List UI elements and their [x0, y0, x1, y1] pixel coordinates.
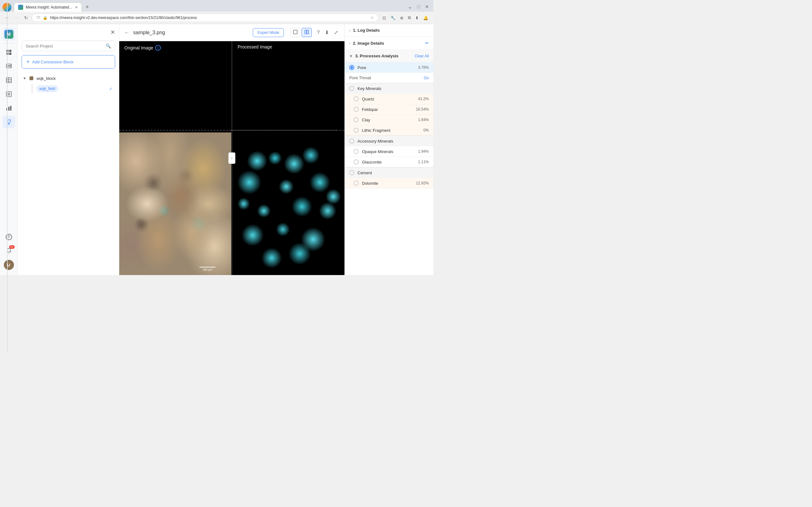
tree-field-row: wqk_field ✓: [31, 83, 115, 95]
sidebar-item-microscope[interactable]: [3, 116, 15, 128]
url-bar[interactable]: 🛡 🔒 https://meera-insight-v2.dev.meerasp…: [32, 14, 379, 22]
image-details-section-header[interactable]: › 2. Image Details ✏: [345, 37, 433, 50]
field-chip[interactable]: wqk_field: [36, 85, 58, 92]
search-input[interactable]: [26, 44, 103, 49]
new-tab-button[interactable]: +: [83, 3, 92, 12]
pore-throat-item[interactable]: Pore Throat Go: [345, 73, 433, 83]
cement-radio[interactable]: [349, 170, 354, 175]
download-icon[interactable]: ⬇: [414, 14, 420, 21]
sidebar-item-notifications[interactable]: 84: [3, 245, 15, 257]
sidebar-item-logo[interactable]: M: [3, 28, 15, 41]
download-header-icon[interactable]: ⬇: [323, 28, 330, 37]
back-button[interactable]: ←: [124, 30, 130, 36]
extension-icon[interactable]: ⧉: [407, 14, 412, 21]
clay-radio[interactable]: [354, 117, 359, 122]
processed-upper-black: [233, 41, 345, 130]
active-tab[interactable]: Meera Insight: Automated... ✕: [14, 3, 82, 12]
pore-throat-go-link[interactable]: Go: [424, 76, 429, 80]
sidebar-item-chart[interactable]: [3, 102, 15, 114]
opaque-item[interactable]: Opaque Minerals 1.94%: [345, 147, 433, 157]
tree-block-item[interactable]: ▼ wqk_block: [21, 74, 115, 83]
search-icon[interactable]: 🔍: [106, 43, 111, 49]
processed-image-label: Processed Image: [238, 44, 272, 49]
dolomite-value: 12.92%: [416, 181, 429, 185]
image-details-toggle-icon: ›: [349, 41, 351, 45]
maximize-icon[interactable]: □: [415, 4, 422, 9]
pore-radio-dot: [351, 66, 353, 69]
search-bar[interactable]: 🔍: [21, 41, 115, 51]
share-header-icon[interactable]: ⤢: [333, 28, 339, 37]
processes-analysis-section-header[interactable]: ▼ 3. Processes Analysis Clear All: [345, 50, 433, 62]
pore-value: 3.76%: [418, 65, 429, 70]
image-details-edit-icon[interactable]: ✏: [425, 41, 429, 46]
help-header-icon[interactable]: ?: [316, 28, 321, 37]
plus-icon: +: [26, 59, 30, 65]
dolomite-item[interactable]: Dolomite 12.92%: [345, 178, 433, 188]
glauconite-radio[interactable]: [354, 159, 359, 164]
minimize-icon[interactable]: ⌄: [406, 3, 414, 10]
feldspar-item[interactable]: Feldspar 16.54%: [345, 104, 433, 115]
view-single-button[interactable]: [290, 28, 300, 37]
main-header: ← sample_3.png Expert Mode ? ⬇ ⤢: [119, 24, 345, 41]
tree-toggle-icon[interactable]: ▼: [23, 76, 26, 80]
sidebar-item-avatar[interactable]: U: [3, 259, 15, 271]
microscope-icon: [6, 119, 12, 125]
glauconite-label: Glauconite: [362, 160, 415, 164]
cement-item[interactable]: Cement: [345, 167, 433, 178]
panel-logo: [21, 28, 31, 37]
quartz-item[interactable]: Quartz 41.2%: [345, 94, 433, 104]
clay-item[interactable]: Clay 1.84%: [345, 115, 433, 125]
pore-item[interactable]: Pore 3.76%: [345, 62, 433, 73]
info-icon[interactable]: i: [155, 45, 161, 51]
add-concession-block-button[interactable]: + Add Concession Block: [21, 55, 115, 69]
window-controls: ⌄ □ ✕: [406, 3, 431, 11]
sidebar-item-server[interactable]: [3, 60, 15, 72]
tools-icon[interactable]: 🔧: [389, 14, 397, 21]
feldspar-radio[interactable]: [354, 107, 359, 112]
mineral-bg: [119, 132, 231, 275]
key-minerals-item[interactable]: Key Minerals: [345, 83, 433, 94]
svg-point-7: [10, 67, 11, 67]
close-window-icon[interactable]: ✕: [423, 4, 431, 9]
expert-mode-button[interactable]: Expert Mode: [253, 28, 284, 37]
view-controls: [290, 28, 312, 37]
processes-toggle-icon: ▼: [349, 54, 353, 58]
notification-icon[interactable]: 🔔: [422, 14, 429, 21]
accessory-minerals-item[interactable]: Accessory Minerals: [345, 135, 433, 147]
lithic-item[interactable]: Lithic Fragment 0%: [345, 125, 433, 135]
icon-sidebar: M ? 84 U: [0, 24, 18, 275]
clear-all-button[interactable]: Clear All: [415, 54, 429, 58]
dolomite-radio[interactable]: [354, 181, 359, 186]
pocket-icon[interactable]: ⊡: [381, 14, 387, 21]
sidebar-item-help[interactable]: ?: [3, 231, 15, 243]
key-minerals-radio[interactable]: [349, 86, 354, 91]
lithic-radio[interactable]: [354, 128, 359, 133]
refresh-nav-button[interactable]: ↻: [23, 14, 29, 21]
header-icons: ? ⬇ ⤢: [316, 28, 339, 37]
tree-connector: [32, 83, 32, 94]
user-avatar: U: [4, 260, 14, 270]
notifications-badge: 84: [9, 245, 14, 249]
forward-nav-button[interactable]: →: [13, 14, 20, 21]
split-view-icon: [305, 30, 309, 34]
main-content: ← sample_3.png Expert Mode ? ⬇ ⤢: [119, 24, 345, 275]
sample-image: [119, 132, 231, 275]
view-split-button[interactable]: [302, 28, 312, 37]
accessory-minerals-radio[interactable]: [349, 138, 354, 144]
log-details-section-header[interactable]: › 1. Log Details: [345, 24, 433, 37]
chart-icon: [6, 105, 12, 111]
panel-close-button[interactable]: ✕: [110, 29, 115, 36]
pore-radio[interactable]: [349, 65, 354, 70]
sidebar-item-grid[interactable]: [3, 46, 15, 59]
shield-icon[interactable]: ⊛: [399, 14, 405, 21]
address-bar: ← → ↻ 🛡 🔒 https://meera-insight-v2.dev.m…: [0, 12, 433, 24]
sidebar-item-table[interactable]: [3, 74, 15, 87]
tab-close-button[interactable]: ✕: [75, 5, 78, 9]
opaque-radio[interactable]: [354, 149, 359, 154]
toggle-panels-button[interactable]: ›: [229, 153, 235, 164]
sidebar-item-list[interactable]: [3, 88, 15, 101]
glauconite-item[interactable]: Glauconite 1.11%: [345, 157, 433, 167]
url-text: https://meera-insight-v2.dev.meeraspace.…: [50, 15, 368, 20]
quartz-radio[interactable]: [354, 96, 359, 101]
bookmark-icon[interactable]: ☆: [370, 15, 374, 20]
